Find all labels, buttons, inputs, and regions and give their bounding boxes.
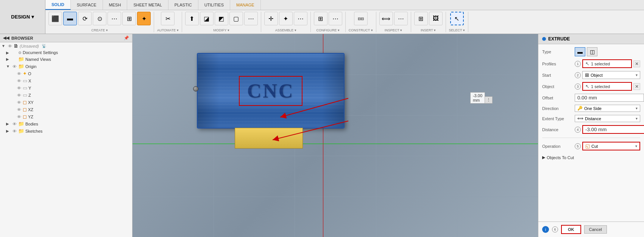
start-field[interactable]: ⊞ Object ▾ <box>582 71 640 79</box>
pattern-btn[interactable]: ✦ <box>137 12 151 25</box>
eye-icon[interactable]: 👁 <box>12 122 17 126</box>
construction-line-h <box>133 144 538 144</box>
tab-plastic[interactable]: PLASTIC <box>168 0 198 10</box>
distance-input[interactable] <box>582 125 644 134</box>
profiles-clear-btn[interactable]: ✕ <box>633 60 640 67</box>
tree-item-sketches[interactable]: ▶ 👁 📁 Sketches <box>0 127 132 135</box>
step-6: 6 <box>552 226 558 232</box>
eye-icon[interactable]: 👁 <box>16 100 22 105</box>
create-more-btn[interactable]: ⋯ <box>108 12 121 25</box>
construct-label: CONSTRUCT ▾ <box>349 28 373 32</box>
chamfer-btn[interactable]: ◩ <box>215 12 228 25</box>
cnc-3d-object[interactable]: CNC <box>197 53 345 129</box>
design-button[interactable]: DESIGN ▾ <box>0 0 45 34</box>
eye-icon[interactable]: 👁 <box>16 86 22 90</box>
eye-icon[interactable]: 👁 <box>7 44 12 48</box>
new-component-btn[interactable]: ⬛ <box>48 12 62 25</box>
sphere-handle[interactable] <box>193 86 198 91</box>
tab-surface[interactable]: SURFACE <box>71 0 103 10</box>
tree-item-x[interactable]: 👁 ▭ X <box>0 77 132 84</box>
move-btn[interactable]: ✛ <box>264 12 278 25</box>
extent-type-field[interactable]: ⟺ Distance ▾ <box>575 115 640 122</box>
object-field[interactable]: ↖ 1 selected <box>582 82 632 91</box>
configure-label: CONFIGURE ▾ <box>314 28 342 32</box>
parameter-btn[interactable]: ⊞ <box>314 12 327 25</box>
tree-item-named-views[interactable]: ▶ 📁 Named Views <box>0 56 132 63</box>
tree-item-z[interactable]: 👁 ▭ Z <box>0 91 132 99</box>
cancel-button[interactable]: Cancel <box>584 225 607 234</box>
insert-label: INSERT ▾ <box>414 28 443 32</box>
bodies-label: Bodies <box>25 122 38 126</box>
objects-to-cut-row[interactable]: ▶ Objects To Cut <box>542 153 640 161</box>
tab-solid[interactable]: SOLID <box>45 0 71 10</box>
tab-manage[interactable]: MANAGE <box>230 0 261 10</box>
automate-btn[interactable]: ✂ <box>161 12 175 25</box>
extrude-btn[interactable]: ▬ <box>63 12 77 25</box>
shell-btn[interactable]: ▢ <box>229 12 243 25</box>
tab-utilities[interactable]: UTILITIES <box>198 0 230 10</box>
tool-row: ⬛ ▬ ⟳ ⊙ ⋯ ⊞ ✦ CREATE ▾ ✂ AUTOMATE ▾ <box>45 10 644 34</box>
configure-group: ⊞ ⋯ CONFIGURE ▾ <box>314 12 346 32</box>
tab-row: SOLID SURFACE MESH SHEET METAL PLASTIC U… <box>45 0 644 10</box>
x-label: X <box>28 79 31 83</box>
measure-btn[interactable]: ⟺ <box>379 12 393 25</box>
eye-icon[interactable]: 👁 <box>16 79 22 83</box>
tree-item-yz[interactable]: 👁 ◻ YZ <box>0 113 132 120</box>
tree-item-bodies[interactable]: ▶ 👁 📁 Bodies <box>0 120 132 127</box>
cursor-icon: ↖ <box>585 84 589 89</box>
type-thin-btn[interactable]: ◫ <box>587 47 597 56</box>
operation-label: Operation <box>542 144 572 149</box>
operation-value: Cut <box>591 144 598 149</box>
operation-field[interactable]: ◱ Cut ▾ <box>582 142 640 150</box>
chevron-icon: ▾ <box>636 73 638 77</box>
tree-item-o[interactable]: 👁 ✦ O <box>0 70 132 77</box>
tree-item-document-settings[interactable]: ▶ ⚙ Document Settings <box>0 50 132 56</box>
profiles-label: Profiles <box>542 62 572 66</box>
eye-icon[interactable]: 👁 <box>12 129 17 133</box>
inspect-more-btn[interactable]: ⋯ <box>394 12 408 25</box>
profiles-field[interactable]: ↖ 1 selected <box>582 59 632 68</box>
direction-field[interactable]: 🔑 One Side ▾ <box>575 105 640 112</box>
insert-img-btn[interactable]: 🖼 <box>429 12 443 25</box>
y-label: Y <box>28 86 31 90</box>
construct-btn[interactable]: ⊟⊟ <box>354 12 368 25</box>
offset-row: Offset <box>542 94 640 102</box>
eye-icon[interactable]: 👁 <box>16 107 22 112</box>
press-pull-btn[interactable]: ⬆ <box>185 12 199 25</box>
modify-more-btn[interactable]: ⋯ <box>244 12 258 25</box>
type-row: Type ▬ ◫ <box>542 47 640 56</box>
chevron-icon: ▾ <box>636 106 638 110</box>
eye-icon[interactable]: 👁 <box>16 93 22 98</box>
info-button[interactable]: i <box>542 226 549 233</box>
sidebar-pin-btn[interactable]: 📌 <box>124 36 129 40</box>
more-options-btn[interactable]: ⋮ <box>485 96 493 104</box>
eye-icon[interactable]: 👁 <box>16 71 22 76</box>
tab-sheet-metal[interactable]: SHEET METAL <box>127 0 168 10</box>
viewport[interactable]: CNC -3.00 mm ⋮ <box>133 34 538 237</box>
eye-icon[interactable]: 👁 <box>12 64 17 69</box>
tree-item-y[interactable]: 👁 ▭ Y <box>0 84 132 91</box>
offset-input[interactable] <box>575 94 644 102</box>
insert-btn[interactable]: ⊞ <box>414 12 428 25</box>
tree-item-origin[interactable]: ▼ 👁 📁 Origin <box>0 63 132 70</box>
tree-item-xy[interactable]: 👁 ◻ XY <box>0 99 132 106</box>
select-btn[interactable]: ↖ <box>450 12 464 25</box>
assemble-more-btn[interactable]: ⋯ <box>294 12 307 25</box>
revolve-btn[interactable]: ⟳ <box>78 12 92 25</box>
fillet-btn[interactable]: ◪ <box>200 12 214 25</box>
tab-mesh[interactable]: MESH <box>103 0 128 10</box>
joint-btn[interactable]: ✦ <box>279 12 293 25</box>
type-solid-btn[interactable]: ▬ <box>575 47 585 56</box>
objects-to-cut-label: Objects To Cut <box>547 155 574 160</box>
extrude-title: EXTRUDE <box>548 36 570 42</box>
configure-more-btn[interactable]: ⋯ <box>329 12 342 25</box>
yellow-object <box>235 128 303 149</box>
object-clear-btn[interactable]: ✕ <box>633 83 640 90</box>
ok-button[interactable]: OK <box>561 225 581 234</box>
sidebar-collapse-btn[interactable]: ◀◀ <box>3 36 9 40</box>
mirror-btn[interactable]: ⊞ <box>122 12 136 25</box>
hole-btn[interactable]: ⊙ <box>93 12 106 25</box>
tree-item-unsaved[interactable]: ▼ 👁 🗎 (Unsaved) 📡 <box>0 42 132 50</box>
tree-item-xz[interactable]: 👁 ◻ XZ <box>0 106 132 113</box>
eye-icon[interactable]: 👁 <box>16 115 22 119</box>
